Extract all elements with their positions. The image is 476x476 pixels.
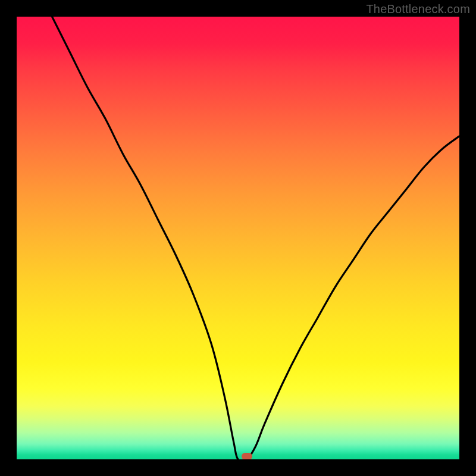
heat-gradient: [17, 17, 459, 459]
watermark-text: TheBottleneck.com: [366, 2, 470, 16]
optimal-marker: [242, 453, 252, 459]
chart-stage: TheBottleneck.com: [0, 0, 476, 476]
plot-area: [17, 17, 459, 459]
